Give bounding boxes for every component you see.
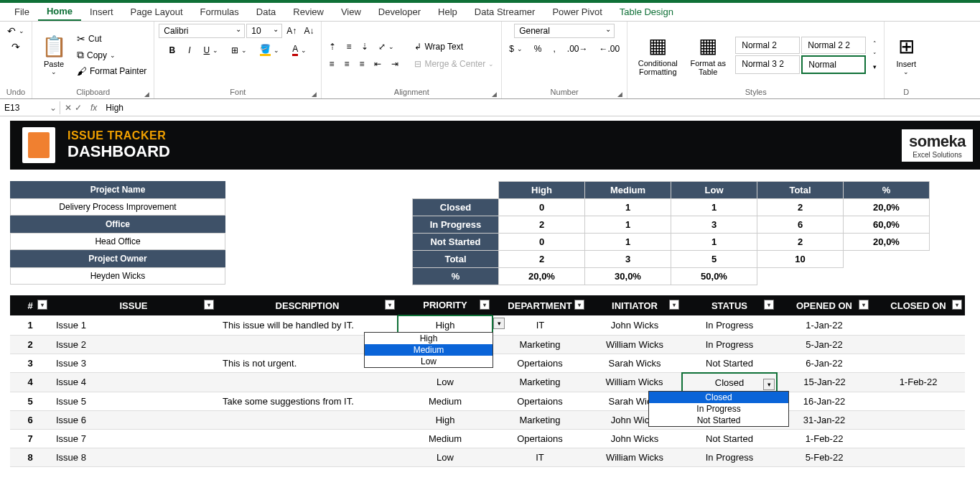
info-value[interactable]: Heyden Wicks [10,267,225,285]
cell-opened[interactable]: 5-Feb-22 [777,448,872,466]
cell-opened[interactable]: 1-Jan-22 [777,315,872,335]
tab-power-pivot[interactable]: Power Pivot [543,4,610,20]
filter-button[interactable]: ▾ [204,300,214,310]
cell-closed[interactable]: 1-Feb-22 [872,373,965,392]
cell-department[interactable]: Opertaions [493,429,587,448]
dropdown-button[interactable]: ▾ [493,318,505,329]
bold-button[interactable]: B [167,44,179,57]
cell-style-normal2[interactable]: Normal 2 [735,37,800,54]
filter-button[interactable]: ▾ [952,300,962,310]
cell-issue[interactable]: Issue 8 [50,448,217,466]
cell-num[interactable]: 1 [10,315,50,335]
dropdown-option[interactable]: Low [365,356,493,367]
cell-issue[interactable]: Issue 3 [50,354,217,373]
tab-file[interactable]: File [6,4,38,20]
dropdown-option[interactable]: Not Started [649,415,788,426]
percent-button[interactable]: % [531,42,545,55]
font-color-button[interactable]: A⌄ [289,42,309,57]
cell-opened[interactable]: 1-Feb-22 [777,429,872,448]
dropdown-option[interactable]: High [365,333,493,344]
cell-priority[interactable]: Medium [398,392,493,410]
cell-opened[interactable]: 31-Jan-22 [777,410,872,429]
styles-more-button[interactable]: ▾ [870,62,879,72]
cell-priority-active[interactable]: High ▾ High Medium Low [398,315,493,335]
dropdown-option-selected[interactable]: Medium [365,344,493,356]
cell-issue[interactable]: Issue 4 [50,373,217,392]
merge-center-button[interactable]: ⊟Merge & Center⌄ [411,57,497,70]
tab-insert[interactable]: Insert [81,4,122,20]
increase-decimal-button[interactable]: .00→ [564,42,591,55]
cell-style-normal[interactable]: Normal [801,55,866,74]
number-format-combo[interactable]: General [514,24,615,38]
dropdown-button[interactable]: ▾ [763,379,775,390]
dialog-launcher-icon[interactable]: ◢ [312,91,317,98]
underline-button[interactable]: U⌄ [201,44,222,57]
cell-opened[interactable]: 6-Jan-22 [777,354,872,373]
paste-button[interactable]: 📋 Paste ⌄ [37,30,71,80]
cell-description[interactable]: Take some suggestions from IT. [217,392,398,410]
dialog-launcher-icon[interactable]: ◢ [617,91,622,98]
filter-button[interactable]: ▾ [764,300,774,310]
cell-department[interactable]: Opertaions [493,392,587,410]
cell-department[interactable]: IT [493,315,587,335]
format-painter-button[interactable]: 🖌Format Painter [74,64,149,78]
tab-home[interactable]: Home [38,3,81,21]
cell-department[interactable]: Marketing [493,335,587,354]
copy-button[interactable]: ⧉Copy⌄ [74,47,149,63]
cell-issue[interactable]: Issue 5 [50,392,217,410]
cell-status[interactable]: In Progress [682,335,777,354]
format-as-table-button[interactable]: ▦ Format as Table [686,30,729,80]
cell-status[interactable]: In Progress [682,315,777,335]
dropdown-option-selected[interactable]: Closed [649,392,788,403]
cell-opened[interactable]: 15-Jan-22 [777,373,872,392]
cell-priority[interactable]: Low [398,373,493,392]
cell-num[interactable]: 6 [10,410,50,429]
orientation-button[interactable]: ⤢⌄ [375,40,397,53]
styles-down-button[interactable]: ˅ [870,50,879,60]
tab-formulas[interactable]: Formulas [192,4,248,20]
cell-num[interactable]: 2 [10,335,50,354]
dropdown-option[interactable]: In Progress [649,403,788,415]
increase-font-button[interactable]: A↑ [284,24,299,37]
cell-closed[interactable] [872,429,965,448]
comma-button[interactable]: , [551,42,559,55]
cell-priority[interactable]: Medium [398,429,493,448]
cell-department[interactable]: IT [493,448,587,466]
tab-view[interactable]: View [332,4,370,20]
cell-department[interactable]: Marketing [493,373,587,392]
cell-description[interactable] [217,429,398,448]
cut-button[interactable]: ✂Cut [74,32,149,46]
insert-button[interactable]: ⊞ Insert ⌄ [889,30,923,80]
align-center-button[interactable]: ≡ [341,57,352,70]
name-box[interactable]: E13 [0,101,60,114]
filter-button[interactable]: ▾ [859,300,869,310]
filter-button[interactable]: ▾ [480,300,490,310]
increase-indent-button[interactable]: ⇥ [388,57,401,70]
align-bottom-button[interactable]: ⇣ [358,40,371,53]
cell-style-normal22[interactable]: Normal 2 2 [801,37,866,54]
enter-icon[interactable]: ✓ [75,103,82,113]
align-right-button[interactable]: ≡ [356,57,367,70]
undo-button[interactable]: ↶⌄ [4,24,27,38]
cell-closed[interactable] [872,448,965,466]
cancel-icon[interactable]: ✕ [65,103,72,113]
cell-issue[interactable]: Issue 1 [50,315,217,335]
priority-dropdown[interactable]: High Medium Low [364,332,493,368]
cell-style-normal32[interactable]: Normal 3 2 [735,55,800,74]
cell-closed[interactable] [872,354,965,373]
dialog-launcher-icon[interactable]: ◢ [492,91,497,98]
font-name-combo[interactable]: Calibri [159,24,245,38]
cell-initiator[interactable]: William Wicks [587,335,682,354]
filter-button[interactable]: ▾ [574,300,584,310]
filter-button[interactable]: ▾ [669,300,679,310]
tab-review[interactable]: Review [284,4,332,20]
decrease-font-button[interactable]: A↓ [301,24,317,37]
cell-status[interactable]: Not Started [682,429,777,448]
cell-issue[interactable]: Issue 7 [50,429,217,448]
cell-opened[interactable]: 16-Jan-22 [777,392,872,410]
cell-description[interactable] [217,373,398,392]
tab-table-design[interactable]: Table Design [611,4,682,20]
status-dropdown[interactable]: Closed In Progress Not Started [648,391,789,427]
info-value[interactable]: Head Office [10,233,225,250]
align-top-button[interactable]: ⇡ [326,40,339,53]
